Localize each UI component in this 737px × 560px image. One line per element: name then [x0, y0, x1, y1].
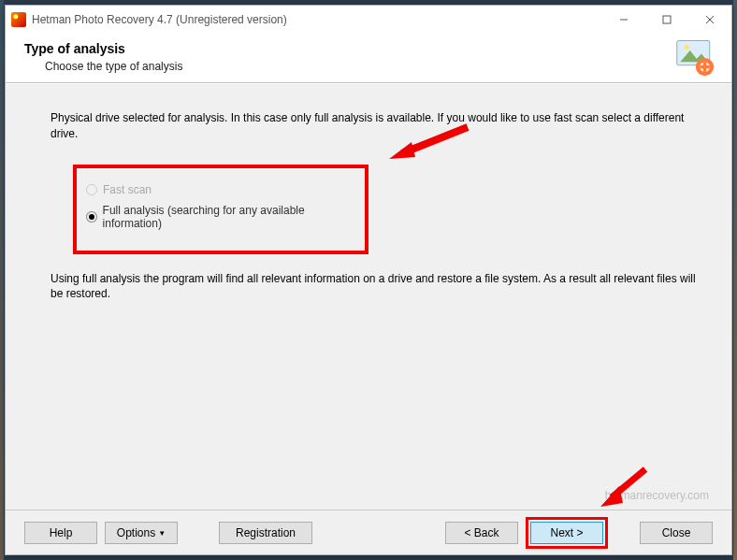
full-analysis-option[interactable]: Full analysis (searching for any availab… [86, 200, 355, 234]
app-icon [11, 12, 26, 27]
svg-point-6 [685, 45, 689, 50]
svg-marker-12 [389, 142, 415, 159]
radio-icon [86, 184, 97, 195]
close-button[interactable]: Close [640, 522, 713, 544]
full-analysis-label: Full analysis (searching for any availab… [103, 204, 355, 230]
fast-scan-option: Fast scan [86, 179, 355, 200]
next-button-highlight: Next > [526, 517, 608, 549]
wizard-header: Type of analysis Choose the type of anal… [6, 34, 731, 83]
wizard-footer: Help Options ▼ Registration < Back Next … [6, 510, 731, 554]
fast-scan-label: Fast scan [103, 183, 152, 196]
help-button[interactable]: Help [24, 522, 97, 544]
maximize-button[interactable] [645, 6, 688, 34]
note-text: Using full analysis the program will fin… [51, 271, 700, 303]
page-subtitle: Choose the type of analysis [45, 60, 713, 73]
title-bar: Hetman Photo Recovery 4.7 (Unregistered … [6, 6, 731, 34]
instruction-text: Physical drive selected for analysis. In… [51, 110, 700, 142]
registration-button[interactable]: Registration [219, 522, 312, 544]
svg-rect-10 [703, 62, 707, 72]
page-title: Type of analysis [24, 41, 713, 56]
back-button[interactable]: < Back [445, 522, 518, 544]
wizard-content: Physical drive selected for analysis. In… [6, 83, 731, 510]
analysis-options-highlight: Fast scan Full analysis (searching for a… [73, 165, 368, 254]
options-label: Options [117, 526, 155, 539]
app-window: Hetman Photo Recovery 4.7 (Unregistered … [5, 5, 732, 555]
watermark: hetmanrecovery.com [605, 489, 709, 502]
window-title: Hetman Photo Recovery 4.7 (Unregistered … [32, 13, 287, 26]
photo-recovery-icon [675, 37, 715, 77]
svg-rect-1 [663, 16, 671, 23]
options-button[interactable]: Options ▼ [105, 522, 178, 544]
radio-icon [86, 211, 97, 223]
chevron-down-icon: ▼ [158, 529, 166, 538]
close-window-button[interactable] [688, 6, 731, 34]
minimize-button[interactable] [602, 6, 645, 34]
next-button[interactable]: Next > [530, 522, 603, 544]
